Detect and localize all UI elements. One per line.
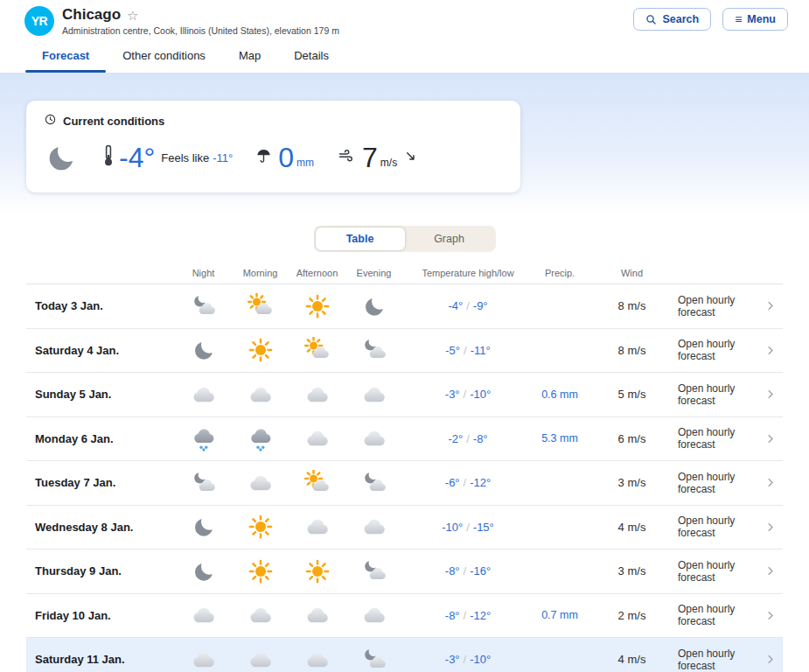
wind-column-header: Wind bbox=[586, 268, 678, 278]
open-hourly-forecast-link[interactable]: Open hourly forecast bbox=[678, 648, 755, 672]
wind-value: 4 m/s bbox=[586, 653, 678, 666]
current-conditions-title: Current conditions bbox=[63, 115, 164, 128]
open-hourly-forecast-link[interactable]: Open hourly forecast bbox=[678, 514, 755, 539]
temp-high: -10° bbox=[442, 521, 463, 534]
umbrella-icon bbox=[255, 148, 272, 168]
toggle-graph[interactable]: Graph bbox=[405, 228, 494, 250]
day-label: Thursday 9 Jan. bbox=[26, 564, 175, 578]
location-subtitle: Administration centre, Cook, Illinois (U… bbox=[62, 25, 339, 36]
morning-column-header: Morning bbox=[232, 268, 289, 278]
forecast-row[interactable]: Monday 6 Jan. -2° / -8° 5.3 mm 6 m/s Ope… bbox=[26, 417, 783, 462]
open-hourly-forecast-link[interactable]: Open hourly forecast bbox=[678, 559, 755, 584]
view-toggle: TableGraph bbox=[314, 226, 496, 252]
tab-forecast[interactable]: Forecast bbox=[25, 46, 106, 73]
open-hourly-forecast-link[interactable]: Open hourly forecast bbox=[678, 294, 755, 318]
favorite-star-icon[interactable]: ☆ bbox=[127, 9, 138, 22]
forecast-row[interactable]: Tuesday 7 Jan. -6° / -12° 3 m/s Open hou… bbox=[26, 461, 783, 506]
snow-icon bbox=[175, 425, 232, 452]
chevron-right-icon bbox=[763, 608, 778, 623]
cloudy-icon bbox=[289, 425, 345, 452]
tab-details[interactable]: Details bbox=[277, 46, 345, 73]
open-hourly-forecast-link[interactable]: Open hourly forecast bbox=[678, 426, 755, 451]
temp-high: -3° bbox=[445, 388, 460, 401]
partly-cloudy-day-icon bbox=[232, 293, 289, 319]
wind-value: 8 m/s bbox=[586, 299, 678, 312]
clear-night-icon bbox=[175, 514, 232, 540]
cloudy-icon bbox=[232, 382, 289, 408]
temp-low: -11° bbox=[471, 344, 491, 357]
evening-column-header: Evening bbox=[345, 268, 402, 278]
partly-cloudy-night-icon bbox=[345, 558, 402, 584]
temp-high: -8° bbox=[445, 564, 460, 578]
wind-value: 3 m/s bbox=[586, 476, 678, 489]
search-button[interactable]: Search bbox=[633, 8, 711, 31]
temp-low: -9° bbox=[473, 299, 488, 312]
day-label: Monday 6 Jan. bbox=[26, 432, 175, 445]
clear-night-icon bbox=[175, 558, 232, 584]
forecast-row[interactable]: Wednesday 8 Jan. -10° / -15° 4 m/s Open … bbox=[26, 506, 783, 550]
cloudy-icon bbox=[289, 382, 345, 408]
cloudy-icon bbox=[232, 602, 289, 628]
cloudy-icon bbox=[232, 470, 289, 496]
current-precip-unit: mm bbox=[296, 157, 314, 172]
feels-like-label: Feels like bbox=[161, 151, 209, 164]
toggle-table[interactable]: Table bbox=[316, 228, 405, 250]
feels-like-value: -11° bbox=[213, 151, 233, 164]
open-hourly-forecast-link[interactable]: Open hourly forecast bbox=[678, 603, 755, 627]
clear-night-icon bbox=[345, 293, 402, 319]
open-hourly-forecast-link[interactable]: Open hourly forecast bbox=[678, 471, 755, 495]
arrow-southeast-icon bbox=[404, 150, 417, 166]
partly-cloudy-night-icon bbox=[345, 337, 402, 363]
chevron-right-icon bbox=[763, 520, 778, 535]
forecast-row[interactable]: Today 3 Jan. -4° / -9° 8 m/s Open hourly… bbox=[26, 284, 783, 329]
chevron-right-icon bbox=[763, 564, 778, 578]
temp-separator: / bbox=[464, 564, 467, 578]
partly-cloudy-day-icon bbox=[289, 337, 345, 363]
temp-separator: / bbox=[464, 344, 467, 357]
wind-value: 5 m/s bbox=[586, 388, 678, 401]
temperature-cell: -3° / -10° bbox=[402, 388, 534, 401]
forecast-row[interactable]: Sunday 5 Jan. -3° / -10° 0.6 mm 5 m/s Op… bbox=[26, 373, 783, 417]
forecast-row[interactable]: Saturday 4 Jan. -5° / -11° 8 m/s Open ho… bbox=[26, 329, 783, 374]
menu-button-label: Menu bbox=[747, 13, 776, 25]
cloudy-icon bbox=[175, 382, 232, 408]
partly-cloudy-night-icon bbox=[175, 470, 232, 496]
temp-separator: / bbox=[464, 653, 467, 666]
chevron-right-icon bbox=[763, 431, 778, 446]
tab-map[interactable]: Map bbox=[222, 46, 277, 73]
temp-separator: / bbox=[466, 432, 470, 445]
menu-button[interactable]: ≡ Menu bbox=[722, 8, 788, 31]
night-column-header: Night bbox=[175, 268, 232, 278]
open-hourly-forecast-link[interactable]: Open hourly forecast bbox=[678, 382, 755, 407]
cloudy-icon bbox=[175, 647, 232, 672]
partly-cloudy-night-icon bbox=[345, 470, 402, 496]
precip-value: 5.3 mm bbox=[534, 432, 586, 444]
tab-other-conditions[interactable]: Other conditions bbox=[106, 46, 222, 73]
current-temperature: -4° Feels like-11° bbox=[103, 143, 233, 172]
day-label: Saturday 4 Jan. bbox=[26, 344, 175, 357]
yr-logo[interactable]: YR bbox=[24, 6, 54, 36]
clear-day-icon bbox=[289, 558, 345, 584]
temperature-cell: -8° / -12° bbox=[402, 609, 534, 622]
wind-value: 6 m/s bbox=[586, 432, 678, 445]
wind-value: 3 m/s bbox=[586, 564, 678, 578]
forecast-row[interactable]: Thursday 9 Jan. -8° / -16° 3 m/s Open ho… bbox=[26, 550, 783, 594]
temp-low: -12° bbox=[470, 609, 491, 622]
temperature-cell: -4° / -9° bbox=[402, 299, 534, 312]
precip-value: 0.6 mm bbox=[534, 388, 586, 401]
day-label: Friday 10 Jan. bbox=[26, 609, 175, 622]
forecast-row[interactable]: Friday 10 Jan. -8° / -12° 0.7 mm 2 m/s O… bbox=[26, 594, 783, 639]
hamburger-icon: ≡ bbox=[735, 15, 742, 24]
cloudy-icon bbox=[289, 602, 345, 628]
chevron-right-icon bbox=[763, 387, 778, 402]
open-hourly-forecast-link[interactable]: Open hourly forecast bbox=[678, 338, 755, 362]
chevron-right-icon bbox=[763, 343, 778, 358]
temp-high: -4° bbox=[448, 299, 463, 312]
chevron-right-icon bbox=[763, 475, 778, 490]
current-wind-value: 7 bbox=[362, 143, 378, 172]
temp-low: -10° bbox=[470, 388, 491, 401]
clear-day-icon bbox=[289, 293, 345, 319]
forecast-row[interactable]: Saturday 11 Jan. -3° / -10° 4 m/s Open h… bbox=[26, 638, 783, 672]
temperature-cell: -3° / -10° bbox=[402, 653, 534, 666]
current-wind-unit: m/s bbox=[380, 157, 397, 172]
